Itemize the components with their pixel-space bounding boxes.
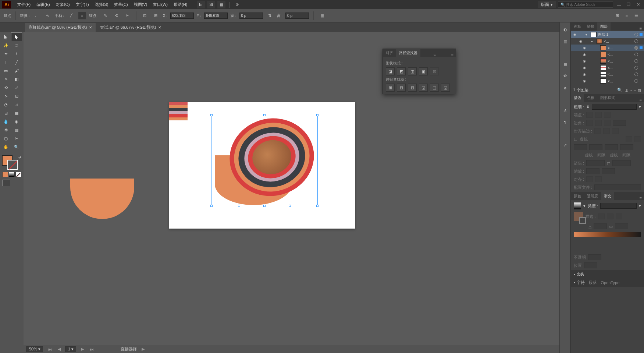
layer-row[interactable]: ◉ <... (571, 45, 644, 51)
search-stock-input[interactable] (558, 1, 613, 8)
document-tab[interactable]: 彩虹线条.ai* @ 50% (RGB/预览) ✕ (25, 23, 96, 32)
color-mode-gradient[interactable] (9, 172, 15, 177)
panel-menu-icon[interactable]: ≡ (637, 26, 644, 31)
selection-tool[interactable] (1, 33, 11, 41)
target-icon[interactable] (634, 39, 638, 43)
panel-menu-icon[interactable]: ≡ (637, 196, 644, 200)
visibility-toggle[interactable]: ◉ (578, 39, 583, 43)
dock-swatches-icon[interactable]: ▥ (561, 37, 569, 45)
tab-swatches[interactable]: 色板 (584, 94, 597, 102)
visibility-toggle[interactable]: ◉ (582, 66, 587, 70)
next-artboard-button[interactable]: ▶ (80, 347, 85, 352)
target-icon[interactable] (634, 66, 638, 70)
character-panel-collapsed[interactable]: 字符 段落 OpenType (571, 278, 644, 287)
layer-row[interactable]: ◉ <... (571, 78, 644, 84)
gradient-fill-stroke[interactable] (574, 212, 583, 221)
last-artboard-button[interactable]: ⏭ (89, 347, 95, 352)
tab-layers[interactable]: 图层 (597, 22, 611, 31)
merge-button[interactable]: ⊡ (408, 84, 417, 92)
eraser-tool[interactable]: ◧ (11, 75, 22, 83)
gradient-ramp[interactable] (574, 232, 641, 237)
locate-icon[interactable]: 🔍 (617, 88, 622, 92)
dock-export-icon[interactable]: ↗ (561, 141, 569, 149)
dock-color-icon[interactable]: ◐ (561, 25, 569, 33)
menu-window[interactable]: 窗口(W) (150, 1, 170, 8)
target-icon[interactable] (634, 53, 638, 56)
column-graph-tool[interactable]: ▥ (11, 126, 22, 134)
clip-mask-icon[interactable]: ◫ (625, 88, 628, 92)
intersect-button[interactable]: ◫ (408, 67, 417, 75)
rotate-tool[interactable]: ⟲ (1, 84, 11, 92)
menu-type[interactable]: 文字(T) (73, 1, 92, 8)
outline-button[interactable]: ▢ (430, 84, 439, 92)
dock-brushes-icon[interactable]: ▦ (561, 60, 569, 68)
arrange-docs-button[interactable]: ▦ (217, 1, 225, 8)
dock-char-icon[interactable]: A (561, 106, 569, 114)
new-sublayer-icon[interactable]: ▫ (630, 88, 632, 92)
w-field[interactable] (239, 13, 263, 19)
stroke-swatch[interactable] (7, 160, 18, 170)
symbol-sprayer-tool[interactable]: ✾ (1, 126, 11, 134)
menu-object[interactable]: 对象(O) (53, 1, 72, 8)
disclosure-icon[interactable]: ▾ (586, 33, 589, 36)
tab-stroke[interactable]: 描边 (571, 94, 584, 102)
perspective-grid-tool[interactable]: ⊿ (11, 100, 22, 109)
tab-align[interactable]: 对齐 (383, 49, 396, 57)
swap-fill-stroke-icon[interactable]: ⇄ (18, 155, 21, 159)
layer-row[interactable]: ◉ <... (571, 71, 644, 78)
scale-tool[interactable]: ⤢ (11, 84, 22, 92)
handle-hide-icon[interactable]: ▪ (78, 12, 86, 20)
selection-indicator[interactable] (640, 46, 643, 49)
pathfinder-panel[interactable]: 对齐 路径查找器 » ≡ 形状模式 : ◪ ◩ ◫ ▣ ⊡ 路径查找器 : ⊞ … (383, 49, 456, 94)
rectangle-tool[interactable]: ▭ (1, 67, 11, 75)
dock-para-icon[interactable]: ¶ (561, 118, 569, 126)
sync-icon[interactable]: ⟳ (233, 1, 241, 8)
shaper-tool[interactable]: ✎ (1, 75, 11, 83)
visibility-toggle[interactable]: ◉ (582, 73, 587, 76)
target-icon[interactable] (634, 59, 638, 63)
hand-tool[interactable]: ✋ (1, 143, 11, 151)
trash-icon[interactable]: 🗑 (638, 88, 642, 92)
document-tab[interactable]: 尝试.ai* @ 66.67% (RGB/预览) ✕ (96, 23, 165, 32)
reference-point-icon[interactable]: ⊞ (152, 12, 160, 20)
gradient-swatch[interactable] (574, 202, 581, 209)
mesh-tool[interactable]: ⊞ (1, 109, 11, 117)
visibility-toggle[interactable]: ◉ (582, 79, 587, 83)
align-to-icon[interactable]: ▦ (318, 12, 326, 20)
line-tool[interactable]: ╱ (11, 58, 22, 66)
magic-wand-tool[interactable]: ✨ (1, 41, 11, 49)
direct-selection-tool[interactable] (11, 33, 22, 41)
prev-artboard-button[interactable]: ◀ (57, 347, 62, 352)
slice-tool[interactable]: ✂ (11, 134, 22, 142)
layer-row[interactable]: ◉ ▸ <... (571, 38, 644, 45)
artboard-nav-field[interactable]: 1 ▾ (65, 346, 76, 352)
zoom-field[interactable]: 50% ▾ (26, 346, 43, 352)
minus-front-button[interactable]: ◩ (397, 67, 406, 75)
chevron-down-icon[interactable]: ▾ (639, 105, 641, 109)
stepper-icon[interactable]: ⇕ (586, 105, 590, 109)
color-mode-none[interactable] (15, 172, 21, 177)
artboard-tool[interactable]: ▢ (1, 134, 11, 142)
window-minimize-button[interactable]: — (615, 2, 623, 7)
type-tool[interactable]: T (1, 58, 11, 66)
target-icon[interactable] (634, 33, 638, 36)
gradient-tool[interactable]: ▦ (11, 109, 22, 117)
isolate-icon[interactable]: ⊡ (141, 12, 149, 20)
bridge-button[interactable]: Br (197, 1, 205, 8)
connect-anchor-icon[interactable]: ⟲ (113, 12, 121, 20)
eyedropper-tool[interactable]: 💧 (1, 117, 11, 126)
unite-button[interactable]: ◪ (386, 67, 395, 75)
crop-button[interactable]: ◲ (419, 84, 428, 92)
exclude-button[interactable]: ▣ (419, 67, 428, 75)
first-artboard-button[interactable]: ⏮ (47, 347, 53, 352)
canvas[interactable] (24, 32, 559, 345)
menu-select[interactable]: 选择(S) (92, 1, 111, 8)
fill-stroke-indicator[interactable]: ⇄ (1, 155, 23, 171)
convert-smooth-icon[interactable]: ∿ (44, 12, 52, 20)
panel-menu-icon[interactable]: ≡ (637, 98, 644, 102)
status-flyout-icon[interactable]: ▶ (140, 347, 146, 352)
free-transform-tool[interactable]: ⊡ (11, 92, 22, 100)
curvature-tool[interactable]: ⤹ (11, 50, 22, 58)
width-tool[interactable]: ⊳ (1, 92, 11, 100)
stroke-weight-field[interactable] (592, 104, 637, 110)
